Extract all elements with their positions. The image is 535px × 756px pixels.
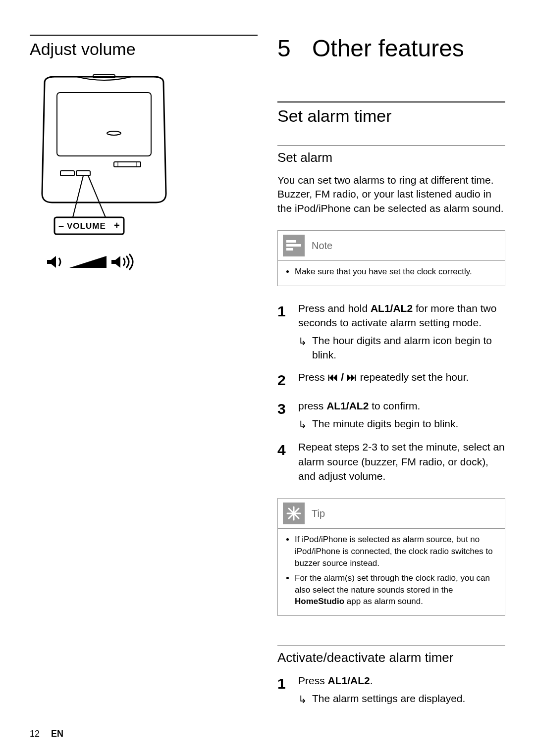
- step-result: The hour digits and alarm icon begin to …: [312, 333, 505, 362]
- note-label: Note: [312, 240, 332, 252]
- section-rule: [277, 146, 505, 146]
- svg-rect-6: [60, 171, 74, 176]
- page-footer: 12 EN: [30, 729, 63, 739]
- step-result: The alarm settings are displayed.: [312, 691, 465, 706]
- section-rule: [277, 101, 505, 102]
- svg-rect-1: [57, 93, 151, 156]
- note-icon: [283, 235, 305, 256]
- page-language: EN: [51, 729, 63, 739]
- svg-point-2: [107, 131, 121, 135]
- activate-steps: 1 Press AL1/AL2. ↳ The alarm settings ar…: [277, 673, 505, 706]
- step-3: 3 press AL1/AL2 to confirm. ↳ The minute…: [277, 399, 505, 432]
- tip-icon: [283, 503, 305, 524]
- set-alarm-steps: 1 Press and hold AL1/AL2 for more than t…: [277, 301, 505, 484]
- svg-text:–: –: [58, 220, 64, 231]
- device-volume-illustration: – VOLUME +: [30, 74, 258, 282]
- svg-text:+: +: [114, 220, 120, 231]
- svg-rect-15: [286, 248, 293, 251]
- tip-callout: Tip If iPod/iPhone is selected as alarm …: [277, 498, 505, 616]
- result-arrow-icon: ↳: [298, 692, 307, 706]
- note-callout: Note Make sure that you have set the clo…: [277, 230, 505, 286]
- svg-rect-7: [76, 171, 90, 176]
- svg-rect-13: [286, 240, 296, 243]
- chapter-title: 5Other features: [277, 35, 505, 62]
- result-arrow-icon: ↳: [298, 417, 307, 432]
- tip-item: If iPod/iPhone is selected as alarm sour…: [295, 534, 497, 569]
- step-4: 4 Repeat steps 2-3 to set the minute, se…: [277, 440, 505, 483]
- set-alarm-timer-heading: Set alarm timer: [277, 106, 505, 126]
- tip-item: For the alarm(s) set through the clock r…: [295, 572, 497, 607]
- step-2: 2 Press ⏮ / ⏭ repeatedly set the hour.: [277, 370, 505, 391]
- adjust-volume-heading: Adjust volume: [30, 40, 258, 59]
- set-alarm-heading: Set alarm: [277, 150, 505, 165]
- chapter-number: 5: [277, 35, 312, 62]
- prev-next-icon: ⏮ / ⏭: [328, 371, 358, 383]
- svg-line-8: [73, 176, 83, 217]
- svg-rect-14: [286, 244, 301, 247]
- volume-button-text: VOLUME: [67, 221, 106, 231]
- activate-heading: Activate/deactivate alarm timer: [277, 650, 505, 665]
- chapter-title-text: Other features: [312, 35, 464, 61]
- section-rule: [277, 646, 505, 646]
- page-number: 12: [30, 729, 40, 739]
- step-1: 1 Press AL1/AL2. ↳ The alarm settings ar…: [277, 673, 505, 706]
- step-1: 1 Press and hold AL1/AL2 for more than t…: [277, 301, 505, 362]
- note-item: Make sure that you have set the clock co…: [295, 266, 497, 278]
- tip-label: Tip: [312, 508, 325, 519]
- section-rule: [30, 35, 258, 36]
- step-result: The minute digits begin to blink.: [312, 416, 458, 432]
- set-alarm-intro: You can set two alarms to ring at differ…: [277, 173, 505, 215]
- svg-line-9: [88, 176, 106, 217]
- result-arrow-icon: ↳: [298, 334, 307, 362]
